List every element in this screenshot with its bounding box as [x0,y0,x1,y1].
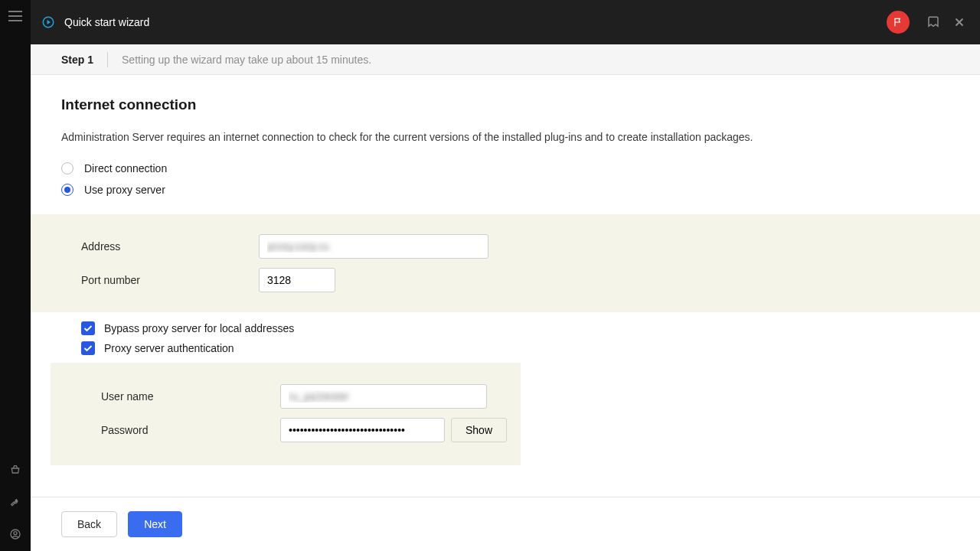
bypass-label: Bypass proxy server for local addresses [104,322,294,334]
radio-direct-connection[interactable]: Direct connection [61,162,949,174]
password-group: Show [280,418,507,442]
wizard-play-icon [41,15,55,29]
bookmark-icon[interactable] [926,15,940,29]
password-input[interactable] [280,418,445,442]
menu-icon[interactable] [8,11,22,21]
password-label: Password [101,424,280,436]
auth-block: User name Password Show [51,363,521,465]
radio-use-proxy[interactable]: Use proxy server [61,184,949,196]
proxy-settings-block: Address Port number [31,214,980,312]
section-title: Internet connection [61,96,949,113]
auth-checkbox-row[interactable]: Proxy server authentication [31,341,980,355]
next-button[interactable]: Next [128,511,182,537]
back-button[interactable]: Back [61,511,117,537]
user-circle-icon[interactable] [9,528,21,540]
topbar: Quick start wizard [31,0,980,44]
app-sidebar [0,0,31,551]
step-label: Step 1 [61,54,93,66]
step-bar: Step 1 Setting up the wizard may take up… [31,44,980,75]
bypass-checkbox-row[interactable]: Bypass proxy server for local addresses [31,321,980,335]
step-divider [107,52,108,67]
main-panel: Quick start wizard Step 1 Setting up the… [31,0,980,551]
username-input[interactable] [280,384,487,409]
auth-label: Proxy server authentication [104,342,234,354]
username-label: User name [101,390,280,403]
svg-point-1 [14,532,17,535]
radio-icon [61,184,74,196]
checkbox-checked-icon [81,341,95,355]
step-description: Setting up the wizard may take up about … [122,54,371,66]
topbar-title: Quick start wizard [64,16,149,28]
radio-label: Direct connection [84,162,167,174]
notification-flag-button[interactable] [887,11,910,34]
content: Internet connection Administration Serve… [31,75,980,497]
basket-icon[interactable] [9,464,21,476]
address-label: Address [81,240,259,253]
show-password-button[interactable]: Show [451,418,507,442]
flag-icon [893,17,903,28]
radio-label: Use proxy server [84,184,165,196]
close-icon[interactable] [952,15,966,29]
username-row: User name [101,384,521,409]
wrench-icon[interactable] [9,496,21,508]
port-label: Port number [81,274,259,286]
section-intro: Administration Server requires an intern… [61,130,949,145]
radio-icon [61,162,74,174]
checkbox-checked-icon [81,321,95,335]
sidebar-bottom-icons [9,464,21,551]
address-row: Address [81,234,980,259]
address-input[interactable] [259,234,488,259]
port-input[interactable] [259,268,335,292]
port-row: Port number [81,268,980,292]
password-row: Password Show [101,418,521,442]
footer: Back Next [31,497,980,551]
